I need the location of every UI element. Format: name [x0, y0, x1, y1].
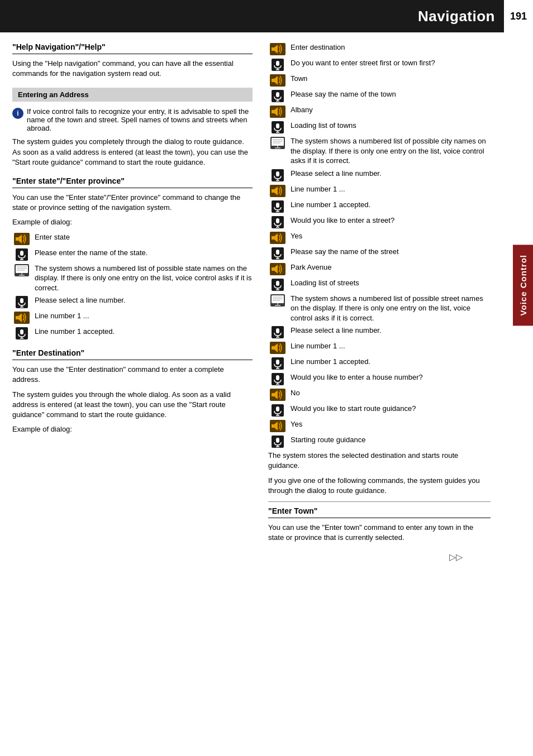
dialog-item: Enter destination — [268, 42, 491, 55]
dialog-item: Loading list of streets — [268, 278, 491, 291]
dialog-item-text: Line number 1 accepted. — [291, 200, 491, 210]
voice-icon — [268, 389, 287, 401]
dialog-item: The system shows a numbered list of poss… — [268, 136, 491, 166]
dialog-item: Park Avenue — [268, 262, 491, 275]
page-header: Navigation 191 — [0, 0, 533, 32]
dialog-item-text: Line number 1 ... — [35, 311, 253, 321]
dialog-item-text: Loading list of streets — [291, 278, 491, 288]
svg-rect-72 — [276, 250, 279, 255]
svg-rect-83 — [272, 295, 284, 303]
dialog-item-text: Would you like to enter a street? — [291, 216, 491, 226]
screen-icon — [268, 137, 287, 149]
section-divider — [268, 501, 491, 502]
mic-icon — [268, 200, 287, 213]
dialog-item: Do you want to enter street first or tow… — [268, 58, 491, 71]
dialog-item: Please select a line number. — [268, 326, 491, 338]
svg-rect-29 — [276, 61, 279, 66]
dialog-item-text: Do you want to enter street first or tow… — [291, 58, 491, 68]
svg-rect-65 — [276, 218, 279, 223]
voice-icon — [268, 185, 287, 197]
mic-icon — [268, 357, 287, 370]
voice-icon — [12, 312, 31, 324]
dialog-item: Please say the name of the town — [268, 89, 491, 102]
dialog-item-text: Enter destination — [291, 42, 491, 52]
dialog-item-text: Albany — [291, 105, 491, 115]
mic-icon — [268, 279, 287, 291]
svg-rect-112 — [272, 424, 274, 428]
right-column: Enter destination Do you want to enter s… — [263, 42, 513, 562]
dialog-item: Would you like to start route guidance? — [268, 404, 491, 417]
svg-rect-79 — [276, 281, 279, 286]
mic-icon — [268, 373, 287, 385]
voice-icon — [268, 74, 287, 87]
svg-rect-4 — [20, 251, 23, 256]
heading-help-navigation: "Help Navigation"/"Help" — [12, 42, 253, 54]
section-entering-address: Entering an Address i If voice control f… — [12, 88, 253, 168]
dialog-item: Yes — [268, 231, 491, 244]
mic-icon — [268, 121, 287, 133]
dialog-item-text: Line number 1 ... — [291, 184, 491, 194]
dialog-item-text: Town — [291, 74, 491, 84]
enter-dest-para2: The system guides you through the whole … — [12, 390, 253, 420]
svg-rect-94 — [272, 346, 274, 350]
voice-icon — [268, 342, 287, 354]
svg-rect-69 — [272, 236, 274, 240]
dialog-item: Line number 1 accepted. — [268, 357, 491, 370]
dialog-item-text: Park Avenue — [291, 262, 491, 272]
dialog-item: Yes — [268, 419, 491, 432]
dialog-item-text: Line number 1 ... — [291, 341, 491, 351]
svg-rect-22 — [20, 329, 23, 334]
entering-address-para1: The system guides you completely through… — [12, 137, 253, 168]
mic-icon — [268, 59, 287, 71]
dialog-item: Enter state — [12, 232, 253, 245]
mic-icon — [12, 296, 31, 308]
svg-rect-105 — [272, 393, 274, 396]
svg-rect-58 — [272, 189, 274, 193]
enter-dest-para3: Example of dialog: — [12, 424, 253, 434]
dialog-item-text: Yes — [291, 419, 491, 429]
screen-icon — [268, 294, 287, 307]
dialog-item-text: Loading list of towns — [291, 121, 491, 131]
dialog-item-text: Please say the name of the street — [291, 247, 491, 257]
dialog-item-text: Please select a line number. — [291, 169, 491, 179]
dialog-item: Albany — [268, 105, 491, 118]
svg-rect-19 — [16, 316, 18, 319]
svg-rect-61 — [276, 203, 279, 208]
svg-rect-1 — [16, 237, 18, 241]
heading-entering-address: Entering an Address — [12, 88, 253, 102]
page-number: 191 — [504, 0, 533, 32]
svg-rect-15 — [20, 298, 23, 303]
mic-icon — [268, 247, 287, 260]
mic-icon — [12, 327, 31, 339]
dialog-item-text: Would you like to enter a house number? — [291, 372, 491, 382]
svg-rect-54 — [276, 171, 279, 176]
dialog-item: Loading list of towns — [268, 121, 491, 133]
svg-rect-36 — [276, 92, 279, 97]
after-dialog-para: If you give one of the following command… — [268, 476, 491, 496]
mic-icon — [268, 216, 287, 228]
svg-rect-76 — [272, 267, 274, 271]
svg-rect-43 — [276, 123, 279, 128]
dialog-item-text: Please say the name of the town — [291, 89, 491, 99]
enter-state-para1: You can use the "Enter state"/"Enter pro… — [12, 193, 253, 213]
dialog-item: The system shows a numbered list of poss… — [268, 294, 491, 323]
right-dialog: Enter destination Do you want to enter s… — [268, 42, 491, 448]
voice-icon — [268, 232, 287, 244]
voice-icon — [12, 233, 31, 245]
mic-icon — [12, 248, 31, 261]
enter-dest-para1: You can use the "Enter destination" comm… — [12, 365, 253, 385]
dialog-item: The system shows a numbered list of poss… — [12, 264, 253, 293]
svg-rect-108 — [276, 406, 279, 412]
mic-icon — [268, 326, 287, 338]
mic-icon — [268, 90, 287, 102]
voice-icon — [268, 263, 287, 275]
dialog-item: Line number 1 accepted. — [268, 200, 491, 213]
heading-enter-destination: "Enter Destination" — [12, 348, 253, 360]
left-column: "Help Navigation"/"Help" Using the "Help… — [0, 42, 263, 562]
svg-rect-101 — [276, 375, 279, 380]
svg-rect-97 — [276, 360, 279, 365]
dialog-item: Would you like to enter a house number? — [268, 372, 491, 385]
dialog-item: Please say the name of the street — [268, 247, 491, 260]
section-enter-state: "Enter state"/"Enter province" You can u… — [12, 176, 253, 339]
info-icon: i — [12, 108, 23, 119]
